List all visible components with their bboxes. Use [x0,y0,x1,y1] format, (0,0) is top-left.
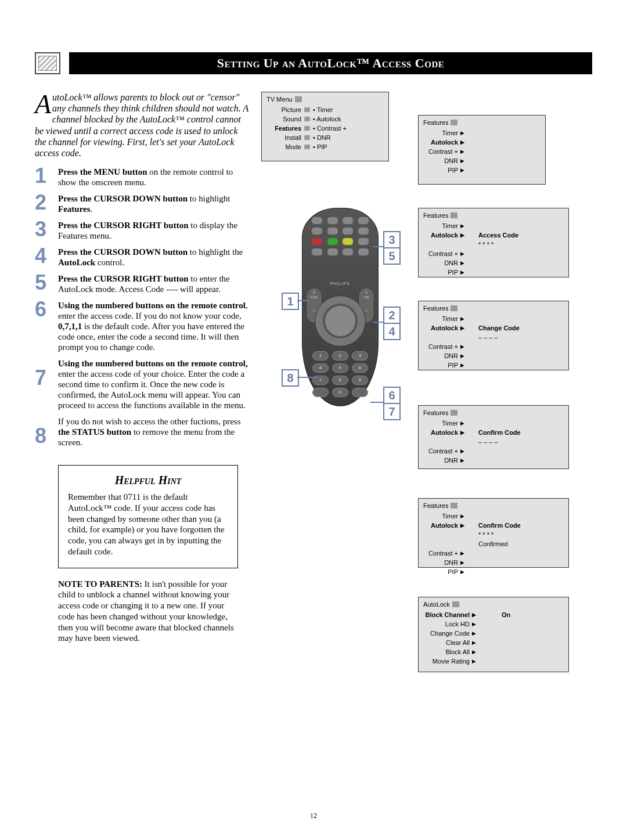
note-to-parents: NOTE TO PARENTS: It isn't possible for y… [58,579,238,644]
menu-item: Features [266,124,313,133]
title-bar: Setting Up an AutoLock™ Access Code [35,52,592,74]
step-number: 6 [35,300,58,352]
number-button-4[interactable]: 4 [312,363,329,373]
intro-text: utoLock™ allows parents to block out or … [35,92,248,158]
remote-small-button[interactable] [312,388,329,397]
window-icon [452,601,459,607]
number-button-1[interactable]: 1 [312,351,329,360]
number-button-6[interactable]: 6 [352,363,368,373]
remote-small-button[interactable] [342,217,354,225]
step: 2 Press the CURSOR DOWN button to highli… [35,193,250,214]
remote-small-button[interactable] [358,237,369,246]
step-number: 1 [35,167,58,188]
callout-2: 2 [383,307,401,324]
step: 6 Using the numbered buttons on the remo… [35,300,250,352]
step: 8 If you do not wish to access the other… [35,416,250,448]
remote-red-button[interactable] [311,237,323,246]
remote-small-button[interactable] [327,217,338,225]
cursor-ring[interactable] [315,295,366,347]
number-button-9[interactable]: 9 [352,376,368,385]
remote-yellow-button[interactable] [342,237,354,246]
intro-paragraph: AutoLock™ allows parents to block out or… [35,92,250,158]
step: 5 Press the CURSOR RIGHT button to enter… [35,273,250,294]
step-number: 8 [35,427,58,448]
remote-small-button[interactable] [358,248,369,256]
number-pad: 1234567890 [312,351,368,397]
callout-8: 8 [282,369,299,387]
remote-brand: PHILIPS [302,282,378,286]
remote-small-button[interactable] [342,248,354,256]
step-body: Press the CURSOR DOWN button to highligh… [58,247,250,268]
menu-item: Picture [266,105,313,114]
step-number: 3 [35,220,58,241]
dropcap: A [35,93,51,116]
step-number: 7 [35,369,58,410]
step: 3 Press the CURSOR RIGHT button to displ… [35,220,250,241]
step-body: Press the CURSOR RIGHT button to enter t… [58,273,250,294]
panel-title: Features [423,119,448,126]
window-icon [451,120,457,125]
remote-small-button[interactable] [358,217,369,225]
remote-small-button[interactable] [342,227,354,235]
step-number: 4 [35,247,58,268]
window-icon [451,212,457,218]
window-icon [451,410,457,416]
menu-item: Mode [266,142,313,152]
callout-4: 4 [383,323,401,340]
window-icon [451,503,457,509]
step: 1 Press the MENU button on the remote co… [35,167,250,188]
number-button-0[interactable]: 0 [332,388,348,397]
remote-small-button[interactable] [311,248,323,256]
page-number: 12 [35,812,592,820]
number-button-2[interactable]: 2 [332,351,348,360]
step: 7 Using the numbered buttons on the remo… [35,358,250,410]
menu-item: Install [266,133,313,142]
menu-item: Sound [266,114,313,124]
number-button-8[interactable]: 8 [332,376,348,385]
step-body: If you do not wish to access the other f… [58,416,250,448]
callout-5: 5 [383,247,401,265]
remote-small-button[interactable] [311,227,323,235]
menu-item: • DNR [313,133,347,142]
remote-small-button[interactable] [352,388,368,397]
menu-item: • Contrast + [313,124,347,133]
remote-top-buttons [308,214,372,266]
step-number: 5 [35,273,58,294]
features-panel-confirm: Features Timer▶Autolock▶Confirm Code▶– –… [418,405,569,469]
tv-menu-title: TV Menu [266,96,293,103]
features-panel-access: Features Timer▶Autolock▶Access Code▶* * … [418,208,569,277]
step-body: Using the numbered buttons on the remote… [58,300,250,352]
tv-menu-panel: TV Menu PictureSoundFeaturesInstallMode … [261,92,389,161]
helpful-hint-box: Helpful Hint Remember that 0711 is the d… [58,465,238,568]
step-body: Press the CURSOR RIGHT button to display… [58,220,250,241]
menu-item: • Autolock [313,114,347,124]
number-button-5[interactable]: 5 [332,363,348,373]
page-title: Setting Up an AutoLock™ Access Code [69,52,592,74]
callout-6: 6 [383,387,401,404]
callout-3: 3 [383,231,401,248]
remote-small-button[interactable] [358,227,369,235]
step-number: 2 [35,193,58,214]
step-body: Press the MENU button on the remote cont… [58,167,250,188]
remote-small-button[interactable] [311,217,323,225]
manual-page-icon [35,52,60,74]
step: 4 Press the CURSOR DOWN button to highli… [35,247,250,268]
remote-small-button[interactable] [327,248,338,256]
remote-small-button[interactable] [327,227,338,235]
window-icon [295,96,302,102]
features-panel-confirmed: Features Timer▶Autolock▶Confirm Code▶* *… [418,498,569,568]
callout-1: 1 [282,293,299,310]
features-panel-change: Features Timer▶Autolock▶Change Code▶– – … [418,301,569,370]
number-button-3[interactable]: 3 [352,351,368,360]
step-body: Using the numbered buttons on the remote… [58,358,250,410]
features-panel-1: Features Timer▶Autolock▶Contrast +▶DNR▶P… [418,115,546,185]
remote-green-button[interactable] [327,237,338,246]
autolock-panel: AutoLock Block Channel▶OnLock HD▶Change … [418,597,569,672]
hint-body: Remember that 0711 is the default AutoLo… [68,492,228,557]
hint-title: Helpful Hint [68,474,228,487]
menu-item: • Timer [313,105,347,114]
menu-item: • PIP [313,142,347,152]
steps-list: 1 Press the MENU button on the remote co… [35,167,250,448]
callout-7: 7 [383,403,401,420]
window-icon [451,305,457,311]
